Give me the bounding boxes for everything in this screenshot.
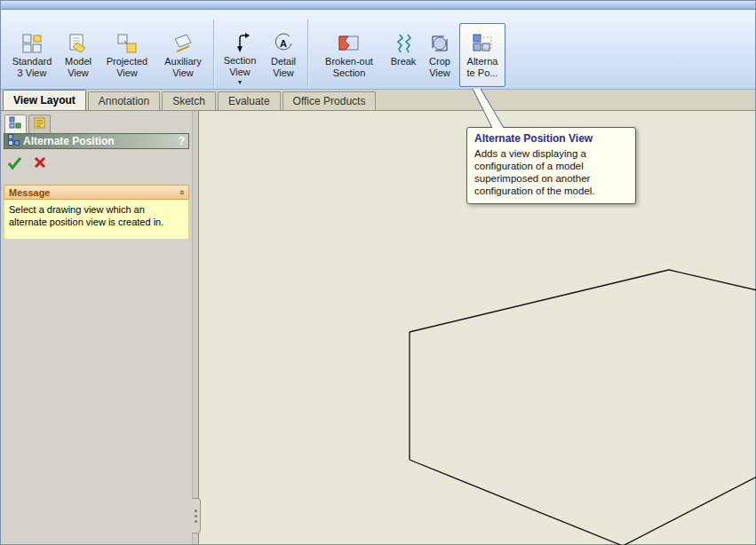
break-button[interactable]: Break (386, 23, 420, 87)
message-group-header[interactable]: Message » (4, 185, 189, 200)
property-manager-tab[interactable] (4, 115, 27, 133)
projected-view-button[interactable]: Projected View (99, 23, 155, 87)
command-toolbar: Standard 3 View Model View Projected (1, 10, 755, 90)
tab-label: Evaluate (228, 95, 270, 107)
property-manager-panel: Alternate Position ? Message » Select a … (1, 111, 192, 544)
feature-manager-tab[interactable] (28, 115, 51, 133)
tab-office-products[interactable]: Office Products (283, 91, 377, 110)
property-manager-tab-icon (9, 116, 22, 133)
alternate-position-icon (471, 31, 494, 56)
button-label: Section View (224, 55, 257, 77)
alternate-position-view-button[interactable]: Alterna te Po... (459, 23, 505, 87)
crop-view-icon (428, 31, 451, 56)
detail-view-icon: A (272, 31, 295, 56)
command-tab-strip: View Layout Annotation Sketch Evaluate O… (1, 90, 755, 111)
button-label: Detail View (271, 56, 296, 78)
property-manager-title: Alternate Position (23, 135, 115, 147)
panel-splitter[interactable] (192, 111, 199, 544)
window-titlebar (1, 1, 755, 10)
cancel-x-button[interactable] (34, 156, 46, 172)
standard-3-view-icon (20, 31, 44, 56)
tooltip-body: Adds a view displaying a configuration o… (474, 147, 628, 197)
button-label: Break (391, 56, 417, 67)
auxiliary-view-icon (171, 31, 195, 56)
property-manager-title-bar: Alternate Position ? (4, 133, 189, 149)
standard-3-view-button[interactable]: Standard 3 View (6, 23, 58, 87)
message-text: Select a drawing view which an alternate… (4, 200, 189, 240)
auxiliary-view-button[interactable]: Auxiliary View (155, 23, 211, 87)
broken-out-section-button[interactable]: Broken-out Section (312, 23, 386, 87)
alternate-position-title-icon (8, 134, 20, 148)
tab-view-layout[interactable]: View Layout (3, 90, 86, 110)
svg-text:A: A (280, 38, 287, 49)
message-group-label: Message (9, 187, 50, 198)
toolbar-separator (307, 20, 309, 87)
tab-label: Annotation (99, 95, 149, 107)
tab-annotation[interactable]: Annotation (88, 91, 160, 110)
button-label: Broken-out Section (325, 56, 373, 78)
tab-label: Office Products (293, 95, 366, 107)
tab-sketch[interactable]: Sketch (162, 91, 216, 110)
help-button[interactable]: ? (179, 135, 185, 147)
feature-manager-tab-icon (33, 116, 46, 133)
button-label: Projected View (107, 56, 147, 78)
button-label: Model View (65, 56, 92, 78)
section-view-icon (228, 31, 251, 55)
model-view-icon (67, 31, 90, 56)
button-label: Standard 3 View (12, 56, 52, 78)
dropdown-arrow-icon: ▾ (238, 78, 242, 86)
collapse-chevron-icon: » (176, 189, 187, 194)
detail-view-button[interactable]: A Detail View (262, 23, 305, 87)
tab-evaluate[interactable]: Evaluate (218, 91, 281, 110)
alternate-position-tooltip: Alternate Position View Adds a view disp… (466, 127, 636, 204)
section-view-button[interactable]: Section View ▾ (218, 23, 262, 87)
tooltip-title: Alternate Position View (474, 132, 628, 145)
broken-out-section-icon (338, 31, 361, 56)
tab-label: View Layout (13, 94, 76, 107)
button-label: Alterna te Po... (467, 56, 498, 78)
button-label: Crop View (429, 56, 450, 78)
tab-label: Sketch (172, 95, 205, 107)
crop-view-button[interactable]: Crop View (420, 23, 459, 87)
ok-check-button[interactable] (7, 156, 22, 173)
panel-tab-row (1, 111, 192, 133)
projected-view-icon (115, 31, 139, 56)
property-manager-actions (1, 149, 192, 176)
application-window: Standard 3 View Model View Projected (0, 0, 756, 545)
panel-collapse-handle[interactable] (192, 498, 201, 533)
break-icon (392, 31, 415, 56)
toolbar-separator (213, 20, 215, 87)
button-label: Auxiliary View (164, 56, 202, 78)
model-view-button[interactable]: Model View (58, 23, 99, 87)
